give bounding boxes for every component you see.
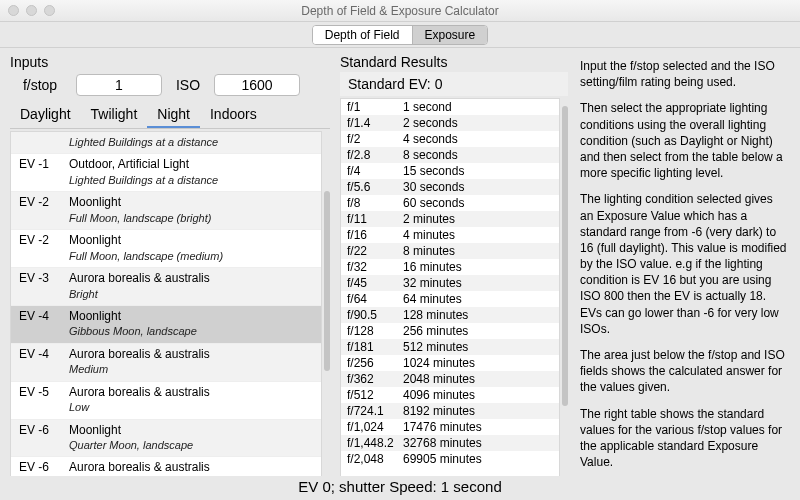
scrollbar-thumb[interactable] <box>324 191 330 371</box>
fstop-cell: f/32 <box>347 260 403 274</box>
table-row[interactable]: f/724.18192 minutes <box>341 403 559 419</box>
table-row[interactable]: f/3622048 minutes <box>341 371 559 387</box>
list-item-sub: Low <box>19 400 313 414</box>
time-cell: 2048 minutes <box>403 372 553 386</box>
inputs-panel: Inputs f/stop ISO Daylight Twilight Nigh… <box>0 48 338 500</box>
table-row[interactable]: f/860 seconds <box>341 195 559 211</box>
list-item[interactable]: EV -4MoonlightGibbous Moon, landscape <box>11 306 321 344</box>
time-cell: 15 seconds <box>403 164 553 178</box>
table-row[interactable]: f/24 seconds <box>341 131 559 147</box>
time-cell: 512 minutes <box>403 340 553 354</box>
time-cell: 256 minutes <box>403 324 553 338</box>
table-row[interactable]: f/128256 minutes <box>341 323 559 339</box>
results-panel: Standard Results Standard EV: 0 f/11 sec… <box>338 48 576 500</box>
help-text: Input the f/stop selected and the ISO se… <box>580 58 788 90</box>
list-item-name: Moonlight <box>69 233 121 249</box>
table-row[interactable]: f/2,04869905 minutes <box>341 451 559 467</box>
list-item-ev: EV -4 <box>19 309 59 325</box>
list-item[interactable]: Lighted Buildings at a distance <box>11 132 321 154</box>
tab-exposure[interactable]: Exposure <box>412 26 488 44</box>
fstop-cell: f/64 <box>347 292 403 306</box>
table-row[interactable]: f/2.88 seconds <box>341 147 559 163</box>
tab-twilight[interactable]: Twilight <box>81 102 148 128</box>
time-cell: 32 minutes <box>403 276 553 290</box>
list-item-name: Moonlight <box>69 309 121 325</box>
list-item-ev: EV -2 <box>19 233 59 249</box>
time-cell: 4 minutes <box>403 228 553 242</box>
window-controls <box>8 5 55 16</box>
list-item-sub: Bright <box>19 287 313 301</box>
table-row[interactable]: f/5.630 seconds <box>341 179 559 195</box>
tab-indoors[interactable]: Indoors <box>200 102 267 128</box>
list-item[interactable]: EV -3Aurora borealis & australisBright <box>11 268 321 306</box>
condition-tabs: Daylight Twilight Night Indoors <box>10 102 330 129</box>
list-item[interactable]: EV -2MoonlightFull Moon, landscape (medi… <box>11 230 321 268</box>
inputs-row: f/stop ISO <box>10 74 330 96</box>
tab-depth-of-field[interactable]: Depth of Field <box>313 26 412 44</box>
table-row[interactable]: f/3216 minutes <box>341 259 559 275</box>
close-icon[interactable] <box>8 5 19 16</box>
results-table[interactable]: f/11 secondf/1.42 secondsf/24 secondsf/2… <box>340 98 560 500</box>
scrollbar-thumb[interactable] <box>562 106 568 406</box>
fstop-input[interactable] <box>76 74 162 96</box>
time-cell: 60 seconds <box>403 196 553 210</box>
condition-list[interactable]: Lighted Buildings at a distanceEV -1Outd… <box>10 131 322 500</box>
list-item[interactable]: EV -1Outdoor, Artificial LightLighted Bu… <box>11 154 321 192</box>
table-row[interactable]: f/1,02417476 minutes <box>341 419 559 435</box>
table-row[interactable]: f/90.5128 minutes <box>341 307 559 323</box>
table-row[interactable]: f/228 minutes <box>341 243 559 259</box>
list-item-sub: Full Moon, landscape (medium) <box>19 249 313 263</box>
list-item[interactable]: EV -5Aurora borealis & australisLow <box>11 382 321 420</box>
time-cell: 16 minutes <box>403 260 553 274</box>
results-subtitle: Standard EV: 0 <box>340 72 568 96</box>
time-cell: 17476 minutes <box>403 420 553 434</box>
table-row[interactable]: f/1.42 seconds <box>341 115 559 131</box>
time-cell: 1024 minutes <box>403 356 553 370</box>
table-row[interactable]: f/4532 minutes <box>341 275 559 291</box>
fstop-cell: f/1,448.2 <box>347 436 403 450</box>
fstop-cell: f/2.8 <box>347 148 403 162</box>
list-item-ev: EV -1 <box>19 157 59 173</box>
table-row[interactable]: f/164 minutes <box>341 227 559 243</box>
time-cell: 4096 minutes <box>403 388 553 402</box>
fstop-cell: f/181 <box>347 340 403 354</box>
mode-tab-bar: Depth of Field Exposure <box>0 22 800 48</box>
time-cell: 8 minutes <box>403 244 553 258</box>
table-row[interactable]: f/1,448.232768 minutes <box>341 435 559 451</box>
list-item-sub: Lighted Buildings at a distance <box>19 173 313 187</box>
fstop-cell: f/8 <box>347 196 403 210</box>
zoom-icon[interactable] <box>44 5 55 16</box>
fstop-cell: f/45 <box>347 276 403 290</box>
tab-daylight[interactable]: Daylight <box>10 102 81 128</box>
status-bar: EV 0; shutter Speed: 1 second <box>0 476 800 500</box>
table-row[interactable]: f/6464 minutes <box>341 291 559 307</box>
fstop-cell: f/4 <box>347 164 403 178</box>
fstop-cell: f/22 <box>347 244 403 258</box>
table-row[interactable]: f/415 seconds <box>341 163 559 179</box>
list-item-name: Aurora borealis & australis <box>69 385 210 401</box>
list-item-ev: EV -6 <box>19 460 59 476</box>
minimize-icon[interactable] <box>26 5 37 16</box>
table-row[interactable]: f/5124096 minutes <box>341 387 559 403</box>
time-cell: 2 minutes <box>403 212 553 226</box>
fstop-cell: f/724.1 <box>347 404 403 418</box>
fstop-cell: f/512 <box>347 388 403 402</box>
list-item[interactable]: EV -6MoonlightQuarter Moon, landscape <box>11 420 321 458</box>
tab-night[interactable]: Night <box>147 102 200 128</box>
iso-input[interactable] <box>214 74 300 96</box>
fstop-cell: f/11 <box>347 212 403 226</box>
time-cell: 2 seconds <box>403 116 553 130</box>
time-cell: 69905 minutes <box>403 452 553 466</box>
table-row[interactable]: f/11 second <box>341 99 559 115</box>
list-item-sub: Medium <box>19 362 313 376</box>
list-item[interactable]: EV -2MoonlightFull Moon, landscape (brig… <box>11 192 321 230</box>
help-panel: Input the f/stop selected and the ISO se… <box>576 48 800 500</box>
condition-list-wrap: Lighted Buildings at a distanceEV -1Outd… <box>10 131 330 500</box>
fstop-cell: f/1,024 <box>347 420 403 434</box>
list-item-ev: EV -4 <box>19 347 59 363</box>
table-row[interactable]: f/112 minutes <box>341 211 559 227</box>
table-row[interactable]: f/181512 minutes <box>341 339 559 355</box>
list-item[interactable]: EV -4Aurora borealis & australisMedium <box>11 344 321 382</box>
iso-label: ISO <box>168 77 208 93</box>
table-row[interactable]: f/2561024 minutes <box>341 355 559 371</box>
